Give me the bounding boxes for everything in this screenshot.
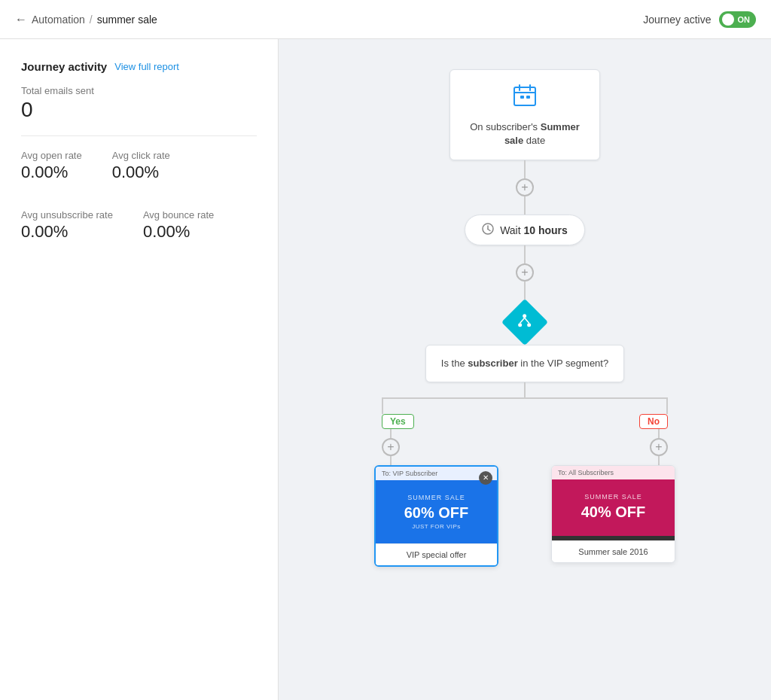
- vip-subtext: JUST FOR VIPs: [385, 523, 488, 530]
- breadcrumb-automation[interactable]: Automation: [32, 14, 85, 26]
- svg-rect-5: [526, 96, 530, 99]
- left-panel: Journey activity View full report Total …: [0, 39, 279, 700]
- vip-card-footer: VIP special offer: [376, 543, 497, 565]
- app-header: ← Automation / summer sale Journey activ…: [0, 0, 771, 39]
- wait-hours: 10 hours: [524, 224, 568, 236]
- branch-down-lines: [382, 399, 668, 414]
- toggle-circle: [722, 14, 734, 26]
- regular-discount: 40% OFF: [561, 504, 666, 521]
- regular-card-footer: Summer sale 2016: [552, 540, 675, 562]
- wait-node[interactable]: Wait 10 hours: [465, 215, 585, 245]
- vip-card-body: SUMMER SALE 60% OFF JUST FOR VIPs: [376, 480, 497, 543]
- vip-discount: 60% OFF: [385, 504, 488, 522]
- svg-line-13: [525, 318, 529, 323]
- view-full-report-link[interactable]: View full report: [114, 61, 179, 72]
- section-header: Journey activity View full report: [21, 60, 257, 73]
- connector-2: +: [516, 245, 534, 300]
- journey-active-label: Journey active: [643, 14, 711, 26]
- breadcrumb-current-page: summer sale: [97, 14, 157, 26]
- left-branch-line: [382, 399, 383, 414]
- add-step-yes-button[interactable]: +: [382, 438, 400, 456]
- diamond-shape: [501, 299, 548, 345]
- open-click-rate-row: Avg open rate 0.00% Avg click rate 0.00%: [21, 150, 257, 196]
- below-badges-lines: + +: [382, 429, 668, 465]
- vip-card-header-text: To: VIP Subscriber: [382, 470, 437, 477]
- vip-sale-label: SUMMER SALE: [385, 494, 488, 501]
- trigger-prefix: On subscriber's: [470, 121, 538, 132]
- regular-sale-label: SUMMER SALE: [561, 493, 666, 501]
- regular-card-body: SUMMER SALE 40% OFF: [552, 479, 675, 536]
- svg-point-11: [528, 323, 532, 327]
- connector-line-2b: [524, 282, 526, 300]
- condition-group: Is the subscriber in the VIP segment?: [425, 300, 624, 382]
- avg-open-rate-stat: Avg open rate 0.00%: [21, 150, 82, 182]
- section-title: Journey activity: [21, 60, 107, 73]
- svg-point-9: [523, 314, 527, 318]
- connector-line-1: [524, 160, 526, 178]
- condition-box[interactable]: Is the subscriber in the VIP segment?: [425, 345, 624, 382]
- avg-bounce-rate-label: Avg bounce rate: [143, 209, 214, 221]
- total-emails-value: 0: [21, 98, 257, 122]
- vip-email-card[interactable]: ✕ To: VIP Subscriber SUMMER SALE 60% OFF…: [374, 465, 498, 567]
- left-branch-col-line: +: [382, 429, 400, 465]
- avg-click-rate-label: Avg click rate: [112, 150, 170, 161]
- avg-open-rate-value: 0.00%: [21, 163, 82, 182]
- add-step-button-2[interactable]: +: [516, 263, 534, 282]
- add-step-button-1[interactable]: +: [516, 178, 534, 196]
- avg-click-rate-value: 0.00%: [112, 163, 170, 182]
- condition-text: Is the subscriber in the VIP segment?: [441, 356, 608, 371]
- regular-email-card[interactable]: To: All Subscribers SUMMER SALE 40% OFF …: [551, 465, 675, 563]
- right-branch-col-line: +: [650, 429, 668, 465]
- header-right: Journey active ON: [643, 11, 756, 28]
- svg-line-8: [488, 230, 490, 231]
- email-cards-row: ✕ To: VIP Subscriber SUMMER SALE 60% OFF…: [374, 465, 675, 567]
- no-badge[interactable]: No: [639, 414, 668, 429]
- connector-1: +: [516, 160, 534, 215]
- branch-container: Yes No + +: [337, 382, 713, 567]
- branch-stem-line: [524, 382, 526, 397]
- breadcrumb: ← Automation / summer sale: [15, 13, 157, 26]
- total-emails-label: Total emails sent: [21, 85, 257, 96]
- connector-line-2: [524, 245, 526, 263]
- clock-icon: [482, 223, 494, 237]
- main-layout: Journey activity View full report Total …: [0, 39, 771, 700]
- wait-text: Wait 10 hours: [500, 224, 568, 236]
- avg-unsubscribe-rate-label: Avg unsubscribe rate: [21, 209, 113, 221]
- avg-unsubscribe-rate-stat: Avg unsubscribe rate 0.00%: [21, 209, 113, 242]
- avg-bounce-rate-stat: Avg bounce rate 0.00%: [143, 209, 214, 242]
- wait-prefix: Wait: [500, 224, 520, 236]
- yes-no-badges-row: Yes No: [382, 414, 668, 429]
- calendar-icon: [465, 82, 584, 114]
- flow-canvas: On subscriber's Summer sale date +: [279, 39, 771, 700]
- yes-badge[interactable]: Yes: [382, 414, 414, 429]
- avg-unsubscribe-rate-value: 0.00%: [21, 222, 113, 242]
- condition-bold: subscriber: [468, 358, 517, 369]
- avg-bounce-rate-value: 0.00%: [143, 222, 214, 242]
- total-emails-stat: Total emails sent 0: [21, 85, 257, 122]
- svg-point-10: [519, 323, 523, 327]
- journey-active-toggle[interactable]: ON: [719, 11, 757, 28]
- trigger-node[interactable]: On subscriber's Summer sale date: [449, 69, 600, 160]
- condition-prefix: Is the: [441, 358, 465, 369]
- regular-card-header-text: To: All Subscribers: [558, 469, 614, 476]
- right-branch-line: [666, 399, 668, 414]
- unsub-bounce-rate-row: Avg unsubscribe rate 0.00% Avg bounce ra…: [21, 209, 257, 255]
- horizontal-branch-line: [382, 397, 668, 399]
- flow-canvas-inner: On subscriber's Summer sale date +: [337, 69, 713, 670]
- regular-card-header: To: All Subscribers: [552, 466, 675, 479]
- svg-line-12: [520, 318, 525, 323]
- stat-divider: [21, 135, 257, 136]
- connector-line-1b: [524, 196, 526, 215]
- breadcrumb-separator: /: [90, 14, 93, 26]
- svg-rect-0: [514, 87, 535, 105]
- vip-card-close-button[interactable]: ✕: [479, 471, 492, 485]
- condition-diamond[interactable]: [502, 300, 547, 345]
- toggle-on-label: ON: [738, 15, 751, 24]
- trigger-suffix: date: [526, 135, 545, 146]
- add-step-no-button[interactable]: +: [650, 438, 668, 456]
- avg-open-rate-label: Avg open rate: [21, 150, 82, 161]
- avg-click-rate-stat: Avg click rate 0.00%: [112, 150, 170, 182]
- branch-icon: [517, 313, 532, 332]
- back-arrow-icon[interactable]: ←: [15, 13, 27, 26]
- condition-suffix: in the VIP segment?: [520, 358, 608, 369]
